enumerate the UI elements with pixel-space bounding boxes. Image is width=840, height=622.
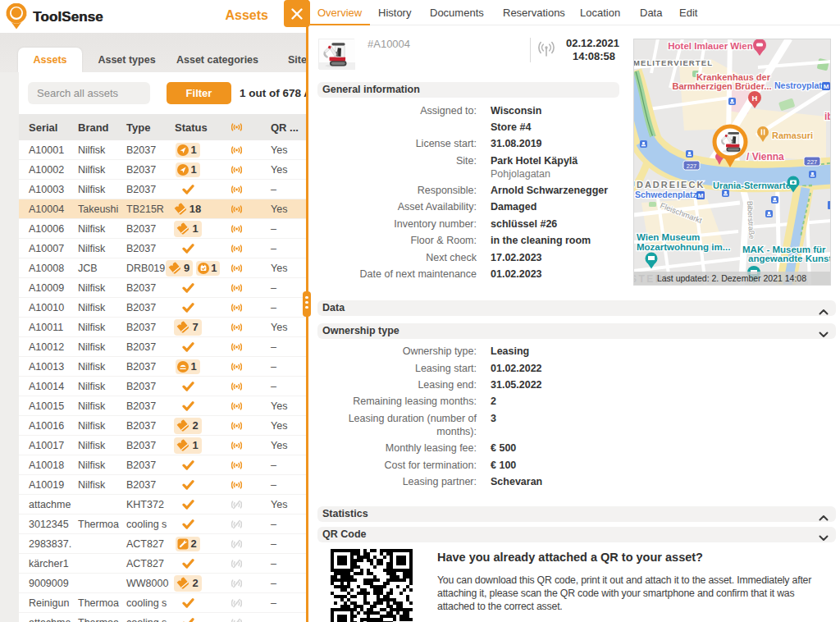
svg-text:M: M: [698, 192, 704, 199]
svg-text:Ramasuri: Ramasuri: [772, 130, 813, 140]
svg-text:227: 227: [807, 158, 818, 166]
svg-text:Urania-Sternwarte: Urania-Sternwarte: [713, 181, 791, 190]
svg-text:Hotel Imlauer Wien: Hotel Imlauer Wien: [668, 41, 752, 51]
svg-text:/ Vienna: / Vienna: [746, 151, 784, 162]
svg-text:Barmherzigen Brüder...: Barmherzigen Brüder...: [672, 81, 771, 91]
svg-text:Schwedenplatz: Schwedenplatz: [635, 190, 697, 199]
svg-text:MELITERVIERTEL: MELITERVIERTEL: [633, 58, 713, 67]
svg-text:M: M: [824, 83, 829, 90]
svg-text:Last updated: 2. Dezember 2021: Last updated: 2. Dezember 2021 14:08: [657, 273, 806, 283]
svg-text:Mozartwohnung im...: Mozartwohnung im...: [637, 242, 730, 252]
svg-text:Wien Museum: Wien Museum: [637, 232, 700, 242]
svg-text:Nestroyplatz: Nestroyplatz: [774, 80, 826, 90]
svg-text:ib: ib: [824, 111, 831, 122]
svg-text:227: 227: [687, 162, 697, 170]
svg-text:UDADREIECK: UDADREIECK: [633, 180, 705, 190]
svg-text:angewandte Kunst: angewandte Kunst: [748, 254, 831, 263]
svg-text:H: H: [752, 94, 758, 103]
